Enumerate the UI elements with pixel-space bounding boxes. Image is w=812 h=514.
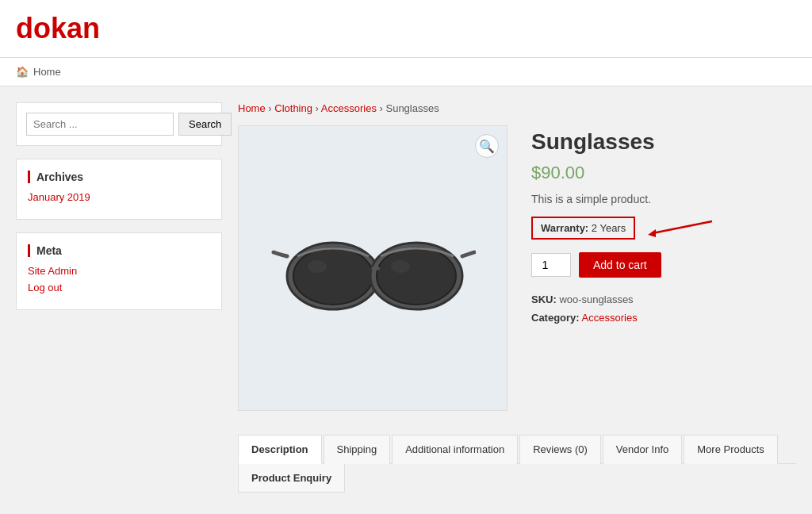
sidebar: Search Archives January 2019 Meta Site A… (16, 102, 222, 493)
sidebar-search-box: Search (16, 102, 222, 146)
breadcrumb-sep2: › (316, 102, 321, 114)
logo[interactable]: dokan (16, 12, 796, 45)
archives-box: Archives January 2019 (16, 159, 222, 220)
tab-shipping[interactable]: Shipping (324, 435, 391, 464)
add-to-cart-row: Add to cart (531, 252, 796, 278)
sku-value: woo-sunglasses (559, 293, 633, 305)
product-title: Sunglasses (531, 129, 796, 155)
logo-text: okan (33, 12, 100, 44)
tabs-row1: Description Shipping Additional informat… (238, 435, 796, 464)
meta-title: Meta (28, 244, 210, 257)
tab-reviews[interactable]: Reviews (0) (519, 435, 601, 464)
warranty-wrap: Warranty: 2 Years (531, 217, 796, 240)
meta-box: Meta Site Admin Log out (16, 232, 222, 310)
tab-description[interactable]: Description (238, 435, 322, 464)
product-info: Sunglasses $90.00 This is a simple produ… (531, 125, 796, 411)
breadcrumb-accessories[interactable]: Accessories (321, 102, 377, 114)
nav-home-link[interactable]: Home (33, 66, 61, 78)
product-area: Home › Clothing › Accessories › Sunglass… (238, 102, 796, 493)
svg-point-3 (377, 247, 456, 305)
navbar: 🏠 Home (0, 58, 812, 86)
tab-product-enquiry[interactable]: Product Enquiry (238, 464, 345, 493)
warranty-value: 2 Years (592, 222, 626, 234)
log-out-link[interactable]: Log out (28, 282, 210, 293)
product-image (270, 205, 476, 332)
breadcrumb-current: Sunglasses (385, 102, 439, 114)
main-wrap: Search Archives January 2019 Meta Site A… (0, 86, 812, 508)
breadcrumb: Home › Clothing › Accessories › Sunglass… (238, 102, 796, 114)
tabs-section: Description Shipping Additional informat… (238, 435, 796, 493)
svg-point-4 (308, 260, 327, 273)
svg-line-6 (653, 221, 712, 233)
category-link[interactable]: Accessories (582, 312, 638, 324)
product-layout: 🔍 (238, 125, 796, 411)
warranty-label: Warranty: (541, 222, 588, 234)
tabs-row2: Product Enquiry (238, 464, 796, 493)
add-to-cart-button[interactable]: Add to cart (579, 252, 661, 278)
svg-point-1 (293, 247, 373, 305)
breadcrumb-home[interactable]: Home (238, 102, 266, 114)
breadcrumb-clothing[interactable]: Clothing (274, 102, 312, 114)
product-category: Category: Accessories (531, 309, 796, 327)
archives-jan-2019-link[interactable]: January 2019 (28, 191, 210, 203)
product-sku: SKU: woo-sunglasses (531, 290, 796, 309)
search-button[interactable]: Search (178, 113, 232, 136)
warranty-box: Warranty: 2 Years (531, 217, 635, 240)
svg-marker-7 (648, 229, 656, 237)
product-image-wrap: 🔍 (238, 125, 508, 411)
category-label: Category: (531, 312, 580, 324)
logo-accent: d (16, 12, 33, 44)
header: dokan (0, 0, 812, 58)
archives-title: Archives (28, 171, 210, 183)
home-icon: 🏠 (16, 66, 29, 78)
site-admin-link[interactable]: Site Admin (28, 265, 210, 277)
sku-label: SKU: (531, 293, 557, 305)
product-meta: SKU: woo-sunglasses Category: Accessorie… (531, 290, 796, 328)
tab-vendor-info[interactable]: Vendor Info (603, 435, 683, 464)
zoom-icon[interactable]: 🔍 (475, 134, 499, 158)
tab-additional-information[interactable]: Additional information (392, 435, 518, 464)
warranty-arrow-icon (645, 217, 716, 240)
search-input[interactable] (26, 113, 174, 136)
quantity-input[interactable] (531, 253, 571, 277)
tab-more-products[interactable]: More Products (684, 435, 778, 464)
product-price: $90.00 (531, 163, 796, 183)
product-description: This is a simple product. (531, 193, 796, 205)
svg-point-5 (391, 260, 410, 273)
